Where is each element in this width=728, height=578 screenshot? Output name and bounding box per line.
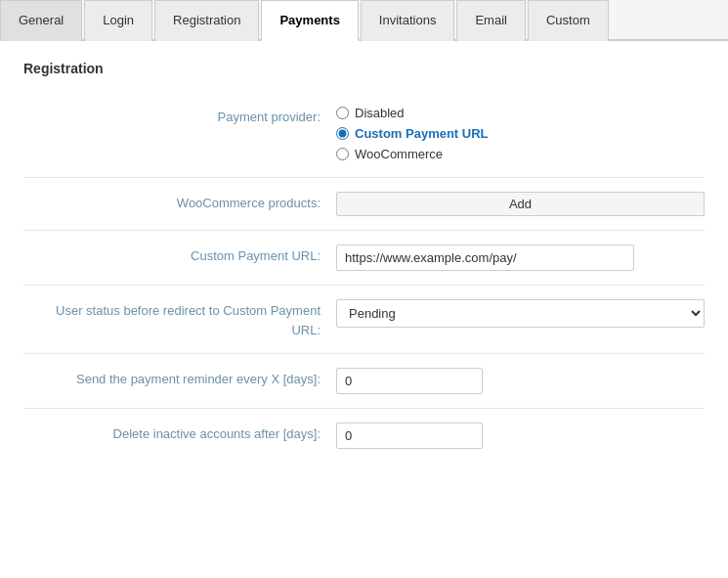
payment-provider-label: Payment provider:: [23, 106, 336, 127]
woocommerce-products-row: WooCommerce products: Add: [23, 178, 705, 231]
tab-bar: General Login Registration Payments Invi…: [0, 0, 728, 41]
radio-custom-url[interactable]: Custom Payment URL: [336, 126, 705, 141]
payment-reminder-label: Send the payment reminder every X [days]…: [23, 368, 336, 389]
section-title: Registration: [23, 61, 705, 76]
radio-woocommerce-input[interactable]: [336, 148, 349, 160]
payment-provider-row: Payment provider: Disabled Custom Paymen…: [23, 92, 705, 178]
add-product-button[interactable]: Add: [336, 192, 705, 216]
custom-payment-url-row: Custom Payment URL:: [23, 231, 705, 286]
woocommerce-products-label: WooCommerce products:: [23, 192, 336, 213]
delete-inactive-input[interactable]: [336, 422, 483, 449]
tab-email[interactable]: Email: [456, 0, 526, 41]
payment-reminder-row: Send the payment reminder every X [days]…: [23, 354, 705, 409]
payment-reminder-input[interactable]: [336, 368, 483, 394]
woocommerce-products-control: Add: [336, 192, 705, 216]
delete-inactive-label: Delete inactive accounts after [days]:: [23, 422, 336, 444]
user-status-select[interactable]: Pending Active Inactive: [336, 299, 705, 328]
payment-provider-options: Disabled Custom Payment URL WooCommerce: [336, 106, 705, 163]
tab-login[interactable]: Login: [84, 0, 152, 41]
tab-invitations[interactable]: Invitations: [361, 0, 455, 41]
custom-payment-url-control: [336, 245, 705, 271]
tab-payments[interactable]: Payments: [261, 0, 358, 41]
radio-woocommerce[interactable]: WooCommerce: [336, 147, 705, 161]
radio-custom-url-label: Custom Payment URL: [355, 126, 489, 141]
radio-woocommerce-label: WooCommerce: [355, 147, 443, 161]
custom-payment-url-input[interactable]: [336, 245, 634, 271]
radio-custom-url-input[interactable]: [336, 127, 349, 140]
radio-disabled-label: Disabled: [355, 106, 405, 120]
delete-inactive-row: Delete inactive accounts after [days]:: [23, 409, 705, 463]
tab-registration[interactable]: Registration: [154, 0, 259, 41]
user-status-row: User status before redirect to Custom Pa…: [23, 286, 705, 354]
payment-reminder-control: [336, 368, 705, 394]
delete-inactive-control: [336, 422, 705, 449]
content-area: Registration Payment provider: Disabled …: [0, 41, 728, 482]
radio-disabled-input[interactable]: [336, 107, 349, 119]
user-status-control: Pending Active Inactive: [336, 299, 705, 328]
tab-general[interactable]: General: [0, 0, 82, 41]
tab-custom[interactable]: Custom: [528, 0, 609, 41]
custom-payment-url-label: Custom Payment URL:: [23, 245, 336, 266]
radio-disabled[interactable]: Disabled: [336, 106, 705, 120]
user-status-label: User status before redirect to Custom Pa…: [23, 299, 336, 339]
